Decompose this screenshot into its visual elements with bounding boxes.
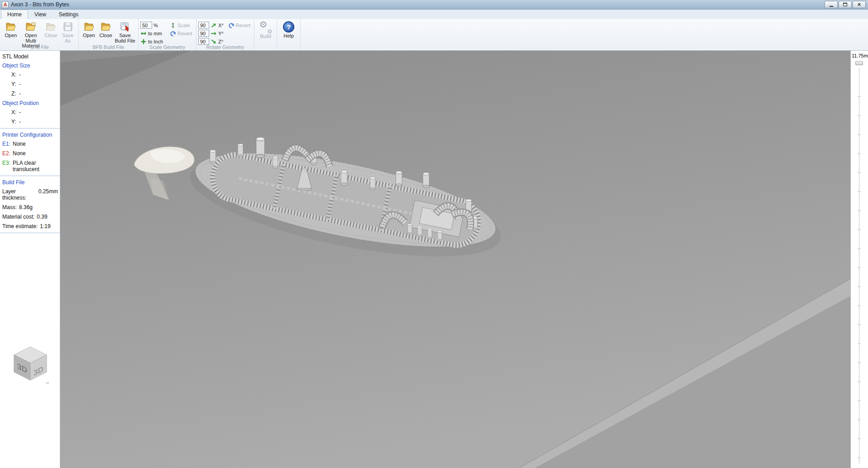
ribbon-home: Open Open Multi Material xyxy=(0,19,868,51)
extruder-2-row: E2: None xyxy=(0,148,60,158)
ribbon-group-rotate-geometry: X° Y° Z° xyxy=(197,19,254,50)
titlebar[interactable]: A Axon 3 - Bits from Bytes × xyxy=(0,0,868,10)
bfb-close-button[interactable]: Close xyxy=(97,20,114,44)
stl-open-button[interactable]: Open xyxy=(3,20,19,44)
rotate-z-arrow-icon xyxy=(211,38,217,45)
divider xyxy=(0,128,60,129)
scale-revert-label: Revert xyxy=(177,31,192,36)
open-folder-icon xyxy=(5,21,16,32)
viewport-3d[interactable] xyxy=(60,51,850,468)
close-icon: × xyxy=(858,2,861,7)
rotate-revert-button[interactable]: Revert xyxy=(228,22,250,29)
stl-open-multi-button[interactable]: Open Multi Material xyxy=(19,20,43,44)
time-estimate-row: Time estimate: 1:19 xyxy=(0,221,60,231)
stl-save-as-label: Save As xyxy=(59,33,77,43)
ribbon-group-stl-file: Open Open Multi Material xyxy=(1,19,79,50)
rotate-x-input[interactable] xyxy=(198,22,209,29)
tab-home[interactable]: Home xyxy=(1,10,28,19)
bfb-group-label: BFB Build File xyxy=(79,44,138,50)
revert-icon xyxy=(170,30,176,37)
object-position-x-row: X: - xyxy=(0,107,60,117)
object-position-y-row: Y: - xyxy=(0,117,60,126)
bfb-close-label: Close xyxy=(99,33,112,38)
rotate-group-label: Rotate Geometry xyxy=(197,44,254,50)
bfb-open-button[interactable]: Open xyxy=(81,20,97,44)
stl-close-label: Close xyxy=(44,33,57,38)
stl-close-button[interactable]: Close xyxy=(43,20,59,44)
save-build-file-button[interactable]: Save Build File xyxy=(114,20,136,44)
help-button[interactable]: ? Help xyxy=(279,20,298,44)
material-cost-row: Material cost: 0.39 xyxy=(0,212,60,221)
help-label: Help xyxy=(283,33,294,39)
minimize-button[interactable] xyxy=(825,1,838,8)
mass-row: Mass: 8.36g xyxy=(0,202,60,212)
build-file-header: Build File xyxy=(0,177,60,186)
viewport-scene[interactable] xyxy=(60,51,850,468)
save-build-file-icon xyxy=(120,21,130,32)
close-folder-icon xyxy=(45,21,56,32)
app-icon: A xyxy=(2,1,9,8)
open-folder-icon xyxy=(84,21,95,32)
close-folder-icon xyxy=(101,21,111,32)
open-multi-folder-icon xyxy=(25,21,36,32)
extruder-3-row: E3: PLA clear translucent xyxy=(0,158,60,174)
stl-open-label: Open xyxy=(5,33,17,38)
tab-settings[interactable]: Settings xyxy=(53,10,85,19)
to-mm-button[interactable]: to mm xyxy=(140,30,162,37)
bfb-open-label: Open xyxy=(83,33,95,38)
divider xyxy=(0,176,60,176)
bfb-3d-logo: 3D 3D ™ xyxy=(10,345,51,387)
save-build-file-label: Save Build File xyxy=(114,33,136,43)
layer-thickness-row: Layer thickness: 0.25mm xyxy=(0,186,60,202)
to-mm-icon xyxy=(140,30,147,37)
ribbon-tabbar: Home View Settings xyxy=(0,10,868,19)
rotate-y-input[interactable] xyxy=(198,30,209,37)
divider xyxy=(0,233,60,233)
to-inch-icon xyxy=(140,38,147,45)
object-size-y-row: Y: - xyxy=(0,79,60,89)
minimize-icon xyxy=(830,6,833,7)
to-inch-label: to Inch xyxy=(148,39,163,44)
scale-label: Scale xyxy=(177,23,190,28)
save-as-icon xyxy=(62,21,73,32)
build-button[interactable]: ⚙ ⚙ Build xyxy=(256,20,275,44)
restore-icon xyxy=(843,3,847,6)
scale-button[interactable]: Scale xyxy=(170,22,190,29)
ribbon-group-scale-geometry: % Scale to xyxy=(139,19,197,50)
build-gears-icon: ⚙ ⚙ xyxy=(260,21,272,33)
stl-group-label: STL File xyxy=(1,44,78,50)
rotate-y-label: Y° xyxy=(218,31,224,36)
rotate-x-arrow-icon xyxy=(211,22,217,29)
object-size-z-row: Z: - xyxy=(0,89,60,98)
stl-model-panel: STL Model Object Size X: - Y: - Z: - Obj… xyxy=(0,51,60,468)
ribbon-group-help: ? Help xyxy=(277,19,301,50)
rotate-x-label: X° xyxy=(218,23,224,28)
application-window: A Axon 3 - Bits from Bytes × Home View S… xyxy=(0,0,868,468)
layer-height-strip: 11.75mm xyxy=(850,51,868,468)
object-size-x-row: X: - xyxy=(0,70,60,79)
scale-arrows-icon xyxy=(170,22,176,29)
to-mm-label: to mm xyxy=(148,31,162,36)
rotate-z-label: Z° xyxy=(218,39,223,44)
layer-slider-ticks xyxy=(858,78,861,464)
rotate-z-input[interactable] xyxy=(198,38,209,45)
close-button[interactable]: × xyxy=(853,1,866,8)
layer-slider-thumb[interactable] xyxy=(855,61,863,65)
ribbon-group-build: ⚙ ⚙ Build xyxy=(254,19,277,50)
stl-model-title: STL Model xyxy=(0,51,60,61)
scale-revert-button[interactable]: Revert xyxy=(170,30,192,37)
printer-configuration-header: Printer Configuration xyxy=(0,130,60,139)
ribbon-group-bfb-build-file: Open Close xyxy=(79,19,139,50)
restore-button[interactable] xyxy=(839,1,852,8)
object-size-header: Object Size xyxy=(0,61,60,70)
scale-percent-input[interactable] xyxy=(140,22,152,29)
to-inch-button[interactable]: to Inch xyxy=(140,38,163,45)
window-title: Axon 3 - Bits from Bytes xyxy=(11,1,69,8)
rotate-y-arrow-icon xyxy=(211,30,217,37)
rotate-revert-label: Revert xyxy=(236,23,250,28)
object-position-header: Object Position xyxy=(0,98,60,107)
percent-sign: % xyxy=(153,23,158,28)
height-indicator: 11.75mm xyxy=(851,51,868,58)
stl-save-as-button[interactable]: Save As xyxy=(59,20,77,44)
tab-view[interactable]: View xyxy=(28,10,53,19)
